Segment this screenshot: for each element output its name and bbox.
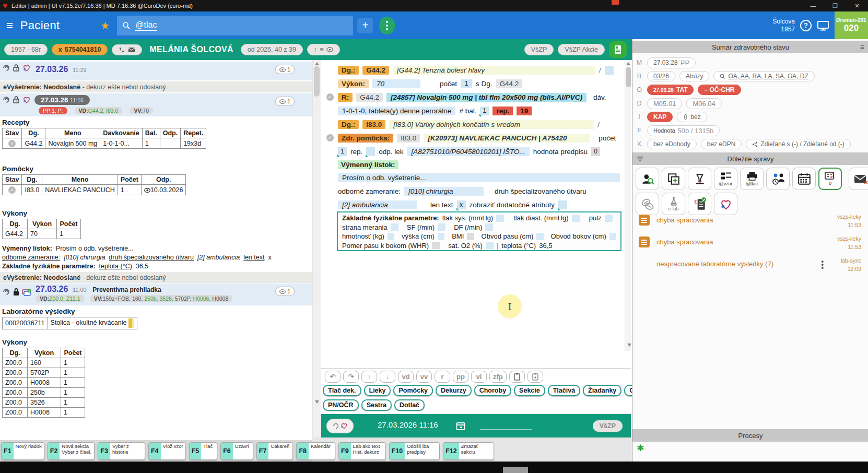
favorite-star-icon[interactable]: ★ — [100, 19, 110, 32]
maximize-button[interactable]: ❐ — [824, 0, 846, 11]
pomocka-rep-field[interactable] — [366, 147, 375, 156]
table-row[interactable]: Z00.0H00061 — [3, 408, 85, 418]
dekurz-entry-header[interactable]: e 27.03.26 11:29 1 — [0, 62, 312, 80]
scroll-up-icon[interactable] — [315, 62, 319, 65]
redo-button[interactable]: ↷ — [343, 371, 359, 383]
procesy-header[interactable]: Procesy — [632, 429, 868, 442]
copy-clipboard-button[interactable] — [509, 371, 525, 383]
ambulancia-field[interactable]: [2] ambulancia — [338, 200, 417, 209]
dg-extra-box[interactable] — [605, 66, 614, 75]
sestra-button[interactable]: Sestra — [361, 399, 392, 411]
pomocky-button[interactable]: Pomôcky — [393, 385, 433, 396]
move-down-button[interactable]: ↓ — [380, 371, 395, 383]
ziadanky-button[interactable]: Žiadanky — [583, 385, 621, 396]
zfp-button[interactable]: zfp — [489, 371, 507, 383]
tat-pill[interactable]: 27.03.26TAT — [647, 85, 694, 95]
fkey-f5[interactable]: F5Tlač — [189, 442, 218, 460]
drug-name-field[interactable]: [24857] Novalgin 500 mg | tbl flm 20x500… — [386, 93, 587, 102]
lab-pour-button[interactable] — [688, 168, 711, 190]
history-scrollbar[interactable] — [312, 60, 321, 440]
kebab-menu-icon[interactable]: ••• — [821, 260, 824, 269]
table-row[interactable]: ✓ I83.0 NAVLIEKAC PANCUCH 1 10.03.2026 — [3, 185, 186, 195]
close-button[interactable]: ✕ — [846, 0, 868, 11]
pulz-field[interactable] — [605, 215, 613, 222]
scroll-up-icon[interactable] — [626, 62, 630, 65]
sat-field[interactable] — [486, 242, 494, 249]
odp-lek-field[interactable]: [A82751010/P60458010201] IŠTO... — [407, 147, 530, 156]
calendar-icon[interactable] — [456, 421, 465, 431]
tlaciva-button[interactable]: Tlačivá — [548, 385, 580, 396]
views-badge[interactable]: 1 — [275, 97, 295, 106]
patient-year-age[interactable]: 1957 - 68r — [4, 44, 48, 55]
monitor-icon[interactable] — [817, 20, 829, 31]
fkey-f2[interactable]: F2Nová sekcia Vyber z čísel. — [48, 442, 95, 460]
pomocka-count-field[interactable]: 1 — [338, 147, 347, 156]
mail-error-button[interactable]: ✕ — [849, 168, 868, 190]
erecept-check-button[interactable] — [688, 193, 711, 215]
pn-ocr-button[interactable]: PN/OČR — [323, 399, 359, 411]
filter-icon[interactable] — [637, 156, 643, 162]
recept-dg-chip[interactable]: G44.2 — [356, 93, 383, 102]
edpn-pill[interactable]: bez eDPN — [701, 139, 742, 149]
help-icon[interactable]: ? — [800, 20, 812, 31]
r-button[interactable]: r — [435, 371, 450, 383]
dg-text-field[interactable]: [G44.2] Tenzná bolesť hlavy — [393, 66, 595, 75]
dekurz-editor[interactable]: Dg.: G44.2 [G44.2] Tenzná bolesť hlavy /… — [321, 60, 624, 368]
vzor-template-button[interactable]: @vzor — [714, 168, 737, 190]
minimize-button[interactable]: — — [802, 0, 824, 11]
station-badge[interactable]: Drsman-201 020 — [835, 11, 868, 39]
message-item[interactable]: chyba spracovania vszp-lieky11:53 — [632, 213, 868, 234]
sekcie-button[interactable]: Sekcie — [514, 385, 545, 396]
teplota-value[interactable]: 36,5 — [539, 242, 552, 250]
message-item[interactable]: nespracované laboratórne výsledky (7) ••… — [632, 257, 868, 278]
zdielane-pill[interactable]: Zdieľané s (-) / Zdieľané od (-) — [746, 139, 850, 149]
dekurz-entry-header[interactable]: 27.03.26 11:00 Preventivna prehliadka VD… — [0, 283, 312, 305]
vd-button[interactable]: vd — [398, 371, 414, 383]
fkey-f7[interactable]: F7Čakareň — [256, 442, 294, 460]
dg-code-field[interactable]: I83.0 — [362, 120, 385, 129]
table-row[interactable]: ✓ G44.2 Novalgin 500 mg 1-0-1-0... 1 19x… — [3, 138, 206, 149]
table-row[interactable]: Z00.0H00081 — [3, 378, 85, 388]
menu-icon[interactable]: ≡ — [6, 19, 13, 32]
choroby-button[interactable]: Choroby — [474, 385, 511, 396]
add-button[interactable]: + — [357, 18, 373, 33]
oc-chr-pill[interactable]: – OČ-CHR — [698, 85, 741, 95]
strana-field[interactable] — [391, 223, 398, 231]
tlac-print-button[interactable]: @tlac — [740, 168, 764, 190]
edohody-pill[interactable]: bez eDohody — [647, 139, 697, 149]
vykon-count-field[interactable]: 1 — [461, 79, 472, 88]
fkey-f6[interactable]: F6Uzavri — [220, 442, 253, 460]
new-document-button[interactable] — [662, 168, 685, 190]
tlac-dek-button[interactable]: Tlač dek. — [323, 385, 361, 396]
sort-options-button[interactable]: ↑ ≡ — [307, 44, 340, 55]
menu-lines-icon[interactable]: ≡ — [860, 43, 864, 51]
tlak-sys-field[interactable] — [496, 215, 504, 222]
priloha-pill[interactable]: bez — [677, 112, 707, 122]
secondary-field[interactable] — [480, 422, 532, 430]
fkey-f3[interactable]: F3Vyber z historie — [98, 442, 145, 460]
atributy-checkbox[interactable] — [558, 200, 567, 209]
table-row[interactable]: Z00.01601 — [3, 358, 85, 368]
vyska-field[interactable] — [438, 233, 444, 240]
fkey-f9[interactable]: F9Lab ako text Hist. dekurz — [338, 442, 386, 460]
scroll-down-icon[interactable] — [315, 400, 319, 404]
dg-text-field[interactable]: [I83.0] Varixy dolných končatín s vredom — [389, 120, 594, 129]
editor-scrollbar[interactable] — [625, 60, 631, 351]
kebab-menu-button[interactable] — [379, 17, 395, 34]
dotlac-button[interactable]: Dotlač — [394, 399, 425, 411]
rep-label-chip[interactable]: rep. — [492, 107, 513, 115]
table-row[interactable]: Z00.035261 — [3, 398, 85, 408]
dg-pill[interactable]: M06.04 — [686, 98, 721, 109]
vszp-akcie-button[interactable]: VšZP Akcie — [558, 44, 605, 55]
dekurzy-button[interactable]: Dekurzy — [436, 385, 472, 396]
move-up-button[interactable]: ↑ — [361, 371, 377, 383]
dekurz-entry-header[interactable]: e 27.03.26 11:16 PP:1, P: VD:G44.2, I83.… — [0, 93, 312, 116]
undo-button[interactable]: ↶ — [325, 371, 341, 383]
selected-entry-date[interactable]: 27.03.26 11:16 — [34, 95, 90, 105]
dg-code-field[interactable]: G44.2 — [362, 66, 389, 75]
odborne-field[interactable]: [010] chirurgia — [404, 187, 484, 196]
fkey-f10[interactable]: F10Odošli iba predpisy — [389, 442, 440, 460]
lentext-checkbox[interactable]: x — [457, 200, 466, 209]
eheart-button[interactable]: e — [714, 193, 737, 215]
scroll-thumb[interactable] — [626, 67, 631, 87]
